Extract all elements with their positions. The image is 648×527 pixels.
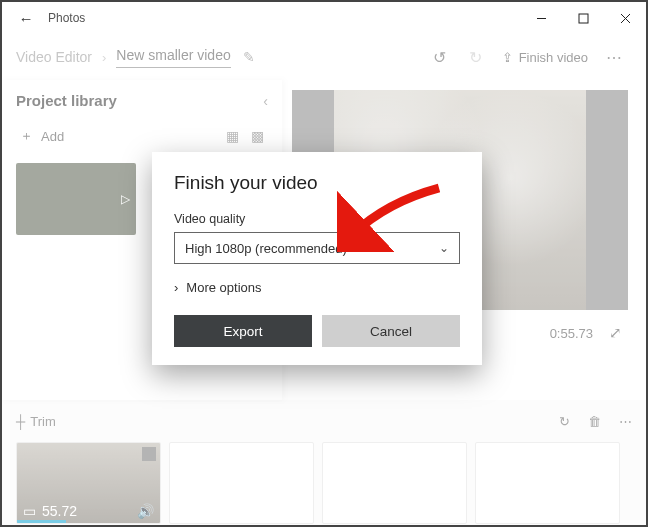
export-button[interactable]: Export (174, 315, 312, 347)
titlebar: ← Photos (2, 2, 646, 34)
more-options-toggle[interactable]: › More options (174, 280, 460, 295)
quality-label: Video quality (174, 212, 460, 226)
app-title: Photos (48, 11, 85, 25)
cancel-button[interactable]: Cancel (322, 315, 460, 347)
finish-video-dialog: Finish your video Video quality High 108… (152, 152, 482, 365)
quality-value: High 1080p (recommended) (185, 241, 347, 256)
minimize-button[interactable] (520, 3, 562, 33)
svg-rect-1 (579, 14, 588, 23)
maximize-button[interactable] (562, 3, 604, 33)
video-quality-select[interactable]: High 1080p (recommended) ⌄ (174, 232, 460, 264)
close-button[interactable] (604, 3, 646, 33)
chevron-right-icon: › (174, 280, 178, 295)
back-button[interactable]: ← (10, 10, 42, 27)
dialog-title: Finish your video (174, 172, 460, 194)
chevron-down-icon: ⌄ (439, 241, 449, 255)
